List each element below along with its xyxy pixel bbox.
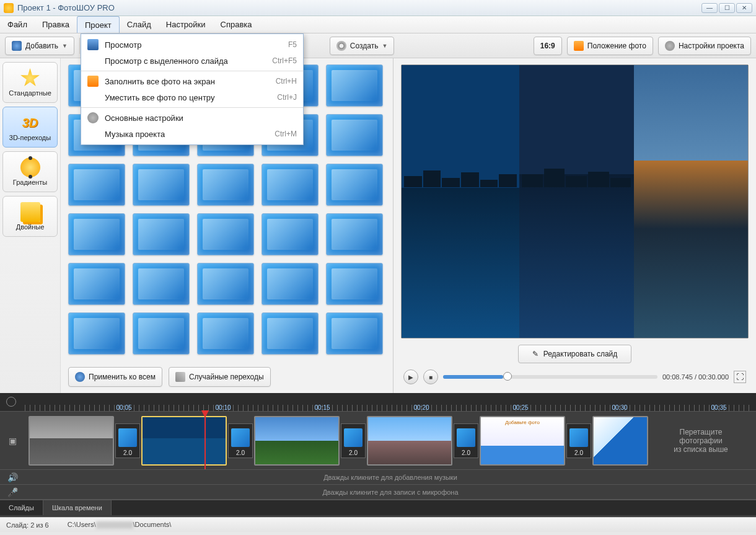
menu-project[interactable]: Проект	[77, 16, 120, 33]
dd-preview-from-slide[interactable]: Просмотр с выделенного слайда Ctrl+F5	[81, 53, 303, 69]
transition-thumb[interactable]	[326, 312, 383, 355]
transition-thumb[interactable]	[326, 263, 383, 305]
speaker-icon: 🔊	[0, 472, 25, 482]
dd-project-music[interactable]: Музыка проекта Ctrl+M	[81, 126, 303, 142]
playhead[interactable]	[204, 412, 206, 469]
fill-icon	[87, 76, 99, 87]
menubar: Файл Правка Проект Слайд Настройки Справ…	[0, 16, 756, 33]
category-gradients[interactable]: Градиенты	[2, 151, 58, 192]
transition-thumb[interactable]	[133, 164, 190, 206]
transition-thumb[interactable]	[133, 213, 190, 255]
project-settings-button[interactable]: Настройки проекта	[658, 37, 751, 55]
transition-thumb[interactable]	[262, 263, 319, 305]
disc-icon	[336, 41, 346, 51]
transition-thumb[interactable]	[326, 213, 383, 255]
random-transitions-button[interactable]: Случайные переходы	[169, 367, 271, 387]
close-button[interactable]: ✕	[736, 3, 752, 13]
monitor-icon	[87, 39, 99, 50]
seek-slider[interactable]	[443, 375, 657, 379]
transition-thumb[interactable]	[262, 164, 319, 206]
transition-1[interactable]: 2.0	[115, 423, 140, 458]
dd-main-settings[interactable]: Основные настройки	[81, 110, 303, 126]
player-controls: ▶ ■ 00:08.745 / 00:30.000 ⛶	[401, 367, 749, 389]
stop-button[interactable]: ■	[423, 369, 438, 384]
transition-thumb[interactable]	[197, 213, 254, 255]
transition-thumb[interactable]	[326, 64, 383, 107]
clip-1[interactable]	[29, 416, 114, 466]
transition-thumb[interactable]	[68, 213, 125, 255]
mic-track[interactable]: 🎤 Дважды кликните для записи с микрофона	[0, 485, 756, 500]
transition-thumb[interactable]	[197, 164, 254, 206]
dd-preview[interactable]: Просмотр F5	[81, 37, 303, 53]
transition-thumb[interactable]	[68, 164, 125, 206]
statusbar: Слайд: 2 из 6 C:\Users\\Documents\	[0, 517, 756, 532]
clip-6[interactable]	[592, 416, 648, 466]
clip-3[interactable]	[254, 416, 340, 466]
transition-thumb[interactable]	[197, 263, 254, 305]
gradient-icon	[20, 157, 40, 177]
transition-thumb[interactable]	[262, 213, 319, 255]
star-icon	[20, 68, 40, 88]
drag-hint: Перетащите фотографии из списка выше	[649, 428, 752, 454]
menu-file[interactable]: Файл	[0, 16, 35, 33]
transition-4[interactable]: 2.0	[454, 423, 478, 458]
menu-settings[interactable]: Настройки	[159, 16, 213, 33]
transition-thumb[interactable]	[262, 312, 319, 355]
dd-fit-center[interactable]: Уместить все фото по центру Ctrl+J	[81, 89, 303, 105]
transition-thumb[interactable]	[68, 312, 125, 355]
photo-position-button[interactable]: Положение фото	[567, 37, 653, 55]
clip-5[interactable]: Добавьте фото	[480, 416, 565, 466]
transition-thumb[interactable]	[326, 114, 383, 156]
transition-2[interactable]: 2.0	[228, 423, 253, 458]
clock-icon	[6, 397, 16, 407]
mic-icon: 🎤	[0, 487, 25, 497]
menu-slide[interactable]: Слайд	[120, 16, 159, 33]
music-track[interactable]: 🔊 Дважды кликните для добавления музыки	[0, 470, 756, 485]
create-button[interactable]: Создать ▼	[330, 37, 395, 55]
wand-icon	[175, 372, 185, 382]
3d-icon: 3D	[20, 113, 40, 133]
transition-5[interactable]: 2.0	[566, 423, 591, 458]
transition-3[interactable]: 2.0	[341, 423, 366, 458]
transition-thumb[interactable]	[197, 312, 254, 355]
minimize-button[interactable]: —	[701, 3, 718, 13]
double-icon	[20, 202, 40, 222]
photo-pos-label: Положение фото	[587, 42, 646, 50]
timeline-ruler[interactable]: 00:05 00:10 00:15 00:20 00:25 00:30 00:3…	[0, 393, 756, 412]
video-track: ▣ 2.0 2.0 2.0 2.0 Добавьте фото 2.0 Пере…	[0, 412, 756, 470]
category-double[interactable]: Двойные	[2, 196, 58, 237]
edit-slide-button[interactable]: ✎ Редактировать слайд	[518, 345, 632, 363]
tab-timeline[interactable]: Шкала времени	[43, 500, 112, 515]
chevron-down-icon: ▼	[62, 43, 68, 49]
menu-edit[interactable]: Правка	[35, 16, 77, 33]
transition-thumb[interactable]	[133, 312, 190, 355]
add-button[interactable]: Добавить ▼	[5, 37, 74, 55]
preview-panel: ✎ Редактировать слайд ▶ ■ 00:08.745 / 00…	[393, 58, 756, 393]
camera-icon	[12, 41, 22, 51]
maximize-button[interactable]: ☐	[719, 3, 735, 13]
dd-fill-screen[interactable]: Заполнить все фото на экран Ctrl+H	[81, 73, 303, 89]
apply-all-button[interactable]: Применить ко всем	[68, 367, 162, 387]
file-path: C:\Users\\Documents\	[68, 521, 172, 529]
menu-help[interactable]: Справка	[213, 16, 260, 33]
create-label: Создать	[350, 42, 379, 50]
aspect-ratio-button[interactable]: 16:9	[534, 37, 562, 55]
window-title: Проект 1 - ФотоШОУ PRO	[17, 3, 701, 12]
pencil-icon: ✎	[532, 350, 538, 358]
transition-thumb[interactable]	[68, 263, 125, 305]
add-label: Добавить	[25, 42, 58, 50]
fullscreen-button[interactable]: ⛶	[734, 371, 746, 383]
proj-settings-label: Настройки проекта	[679, 42, 744, 50]
video-track-icon: ▣	[0, 436, 25, 446]
transition-thumb[interactable]	[326, 164, 383, 206]
gear-icon	[665, 41, 675, 51]
clip-4[interactable]	[367, 416, 452, 466]
slide-counter: Слайд: 2 из 6	[6, 521, 49, 529]
category-3d[interactable]: 3D 3D-переходы	[2, 107, 58, 148]
clip-2[interactable]	[141, 416, 227, 466]
category-standard[interactable]: Стандартные	[2, 62, 58, 103]
app-icon	[4, 3, 14, 13]
transition-thumb[interactable]	[133, 263, 190, 305]
play-button[interactable]: ▶	[403, 369, 418, 384]
tab-slides[interactable]: Слайды	[0, 500, 43, 515]
